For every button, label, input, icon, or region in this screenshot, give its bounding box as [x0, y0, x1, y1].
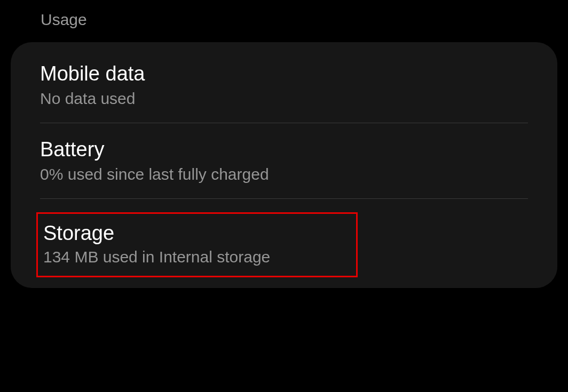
settings-item-battery[interactable]: Battery 0% used since last fully charged [11, 123, 557, 198]
settings-item-mobile-data[interactable]: Mobile data No data used [11, 47, 557, 123]
section-header-usage: Usage [0, 0, 568, 42]
divider [40, 198, 528, 199]
storage-title: Storage [43, 222, 351, 245]
mobile-data-title: Mobile data [40, 62, 528, 85]
settings-item-storage[interactable]: Storage 134 MB used in Internal storage [36, 212, 358, 277]
settings-panel: Mobile data No data used Battery 0% used… [11, 42, 557, 288]
battery-title: Battery [40, 138, 528, 161]
storage-subtitle: 134 MB used in Internal storage [43, 248, 351, 266]
battery-subtitle: 0% used since last fully charged [40, 165, 528, 183]
mobile-data-subtitle: No data used [40, 90, 528, 108]
